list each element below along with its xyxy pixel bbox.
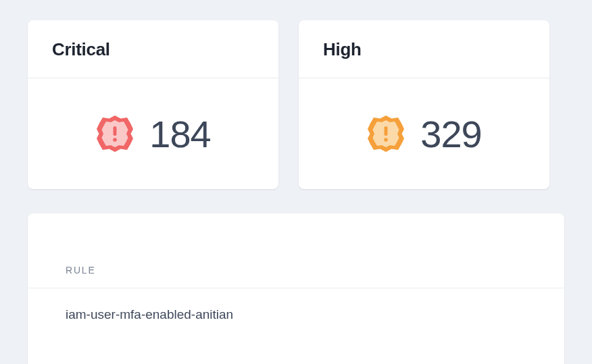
card-title: High xyxy=(323,39,525,60)
rule-name-cell: iam-user-mfa-enabled-anitian xyxy=(66,307,526,322)
card-title: Critical xyxy=(52,39,254,60)
card-header: High xyxy=(299,20,549,78)
rules-table-card: RULE iam-user-mfa-enabled-anitian xyxy=(28,213,564,364)
high-badge-icon xyxy=(366,114,405,153)
critical-badge-icon xyxy=(95,114,134,153)
high-card[interactable]: High 329 xyxy=(299,20,549,189)
critical-card[interactable]: Critical 184 xyxy=(28,20,278,189)
card-body: 184 xyxy=(28,78,278,189)
table-header: RULE xyxy=(28,213,564,288)
stat-cards-row: Critical 184 High xyxy=(0,0,592,189)
card-body: 329 xyxy=(299,78,549,189)
table-row[interactable]: iam-user-mfa-enabled-anitian xyxy=(28,288,564,341)
svg-rect-2 xyxy=(114,126,117,136)
critical-count: 184 xyxy=(149,112,210,156)
svg-rect-6 xyxy=(385,126,388,136)
high-count: 329 xyxy=(420,112,481,156)
rule-column-header: RULE xyxy=(66,265,526,276)
svg-point-7 xyxy=(384,138,388,142)
svg-point-3 xyxy=(113,138,117,142)
card-header: Critical xyxy=(28,20,278,78)
